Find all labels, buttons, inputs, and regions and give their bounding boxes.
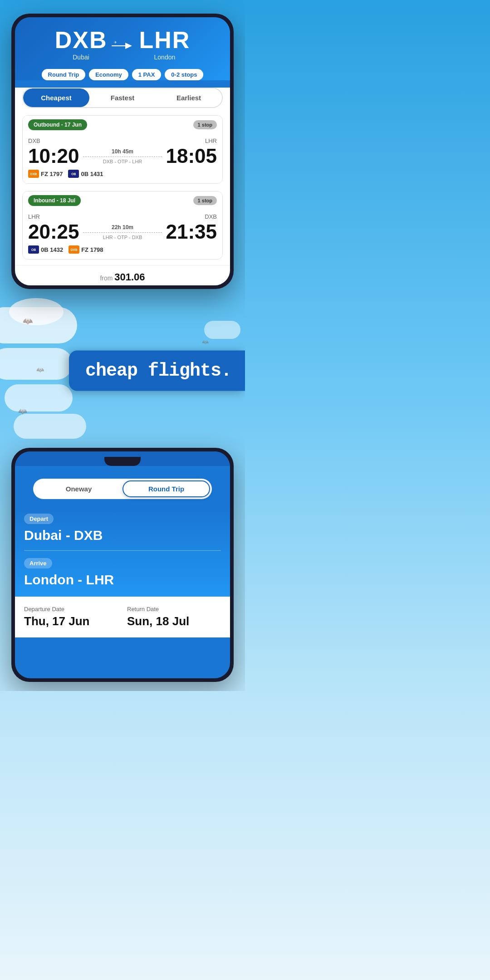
dates-row: Departure Date Thu, 17 Jun Return Date S… <box>24 606 221 628</box>
filter-badges: Round Trip Economy 1 PAX 0-2 stops <box>24 69 221 80</box>
tab-earliest[interactable]: Earliest <box>156 88 222 107</box>
inbound-from: LHR <box>28 213 40 220</box>
inbound-airline1-logo: OB <box>28 245 39 254</box>
trip-type-toggle[interactable]: Oneway Round Trip <box>33 479 212 499</box>
outbound-to: LHR <box>205 137 217 144</box>
outbound-airline1: DXB FZ 1797 <box>28 170 63 178</box>
toggle-oneway[interactable]: Oneway <box>35 480 122 497</box>
tab-fastest[interactable]: Fastest <box>89 88 156 107</box>
phone-1: DXB Dubai ✈ LHR London <box>11 14 234 289</box>
return-date-label: Return Date <box>127 606 221 612</box>
svg-text:✈: ✈ <box>114 40 117 44</box>
bat-4: 🦇 <box>202 339 209 345</box>
return-date-value[interactable]: Sun, 18 Jul <box>127 614 221 628</box>
arrive-value[interactable]: London - LHR <box>24 572 221 588</box>
inbound-depart: 20:25 <box>28 222 79 242</box>
phone2-bottom: Departure Date Thu, 17 Jun Return Date S… <box>15 597 230 637</box>
inbound-time-row: 20:25 22h 10m LHR - OTP - DXB 21:35 <box>28 222 217 242</box>
outbound-airline2: OB 0B 1431 <box>68 170 103 178</box>
departure-date-field: Departure Date Thu, 17 Jun <box>24 606 118 628</box>
outbound-airlines: DXB FZ 1797 OB 0B 1431 <box>28 170 217 178</box>
bat-3: 🦇 <box>18 407 27 416</box>
inbound-airline2-logo: DXB <box>69 245 79 254</box>
inbound-airlines: OB 0B 1432 DXB FZ 1798 <box>28 245 217 254</box>
depart-value[interactable]: Dubai - DXB <box>24 528 221 543</box>
departure-date-value[interactable]: Thu, 17 Jun <box>24 614 118 628</box>
inbound-airline1: OB 0B 1432 <box>28 245 63 254</box>
svg-marker-1 <box>125 43 132 49</box>
inbound-stops: 1 stop <box>193 196 217 205</box>
banner-text: cheap flights. <box>85 361 231 381</box>
inbound-label: Inbound - 18 Jul <box>28 195 81 206</box>
outbound-time-row: 10:20 10h 45m DXB - OTP - LHR 18:05 <box>28 146 217 166</box>
dest-name: London <box>139 54 190 61</box>
airline2-logo: OB <box>68 170 79 178</box>
outbound-duration-info: 10h 45m DXB - OTP - LHR <box>83 148 162 164</box>
phone1-body: Cheapest Fastest Earliest Outbound - 17 … <box>15 88 230 285</box>
price-preview: from 301.06 <box>15 265 230 285</box>
bat-2: 🦇 <box>36 366 44 373</box>
outbound-airline1-code: FZ 1797 <box>41 171 63 177</box>
outbound-route: DXB - OTP - LHR <box>83 159 162 164</box>
inbound-to: DXB <box>205 213 217 220</box>
inbound-airports-row: LHR DXB <box>28 213 217 220</box>
badge-stops[interactable]: 0-2 stops <box>165 69 203 80</box>
outbound-header: Outbound - 17 Jun 1 stop <box>23 116 222 134</box>
outbound-airports-row: DXB LHR <box>28 137 217 144</box>
cloud-5 <box>204 321 240 339</box>
outbound-section: Outbound - 17 Jun 1 stop DXB LHR 10:20 <box>22 115 223 184</box>
depart-label: Depart <box>24 514 54 524</box>
toggle-wrapper: Oneway Round Trip <box>15 466 230 499</box>
inbound-airline2: DXB FZ 1798 <box>69 245 103 254</box>
phone1-header: DXB Dubai ✈ LHR London <box>15 17 230 80</box>
return-date-field: Return Date Sun, 18 Jul <box>127 606 221 628</box>
inbound-airline2-code: FZ 1798 <box>81 246 103 253</box>
cloud-1b <box>9 298 64 325</box>
phone2-notch-area <box>15 451 230 466</box>
phone-notch <box>104 457 141 466</box>
cloud-4 <box>14 414 86 439</box>
departure-date-label: Departure Date <box>24 606 118 612</box>
inbound-route: LHR - OTP - DXB <box>83 235 162 240</box>
inbound-duration: 22h 10m <box>83 224 162 230</box>
middle-section: 🦇 🦇 🦇 🦇 cheap flights. <box>0 294 245 448</box>
toggle-roundtrip[interactable]: Round Trip <box>122 480 210 497</box>
badge-pax[interactable]: 1 PAX <box>132 69 162 80</box>
bat-1: 🦇 <box>23 316 33 326</box>
airports-display: DXB Dubai ✈ LHR London <box>24 26 221 65</box>
outbound-label: Outbound - 17 Jun <box>28 119 87 130</box>
phone-2-section: Oneway Round Trip Depart Dubai - DXB Arr… <box>0 448 245 691</box>
outbound-airline2-code: 0B 1431 <box>81 171 103 177</box>
phone-2: Oneway Round Trip Depart Dubai - DXB Arr… <box>11 448 234 682</box>
cloud-3 <box>5 384 73 412</box>
badge-economy[interactable]: Economy <box>89 69 128 80</box>
cloud-2 <box>0 348 73 380</box>
airline1-logo: DXB <box>28 170 39 178</box>
outbound-stops: 1 stop <box>193 120 217 129</box>
inbound-arrive: 21:35 <box>166 222 217 242</box>
origin-code: DXB <box>55 26 108 54</box>
inbound-airline1-code: 0B 1432 <box>41 246 63 253</box>
outbound-arrive: 18:05 <box>166 146 217 166</box>
flight-arrow: ✈ <box>112 39 134 53</box>
price-value: 301.06 <box>114 271 145 283</box>
outbound-detail: DXB LHR 10:20 10h 45m DXB - OTP - LHR <box>23 134 222 183</box>
outbound-depart: 10:20 <box>28 146 79 166</box>
badge-round-trip[interactable]: Round Trip <box>42 69 86 80</box>
inbound-detail: LHR DXB 20:25 22h 10m LHR - OTP - DXB <box>23 210 222 259</box>
arrive-label: Arrive <box>24 558 52 568</box>
tab-cheapest[interactable]: Cheapest <box>23 88 89 107</box>
cheap-flights-banner: cheap flights. <box>69 351 245 391</box>
inbound-section: Inbound - 18 Jul 1 stop LHR DXB 20:25 <box>22 191 223 260</box>
origin-name: Dubai <box>55 54 108 61</box>
arrive-field: Arrive London - LHR <box>24 558 221 597</box>
dest-code: LHR <box>139 26 190 54</box>
inbound-header: Inbound - 18 Jul 1 stop <box>23 191 222 210</box>
tab-bar[interactable]: Cheapest Fastest Earliest <box>22 88 223 108</box>
depart-field: Depart Dubai - DXB <box>24 506 221 543</box>
inbound-duration-info: 22h 10m LHR - OTP - DXB <box>83 224 162 240</box>
phone2-body: Depart Dubai - DXB Arrive London - LHR <box>15 506 230 597</box>
outbound-duration: 10h 45m <box>83 148 162 155</box>
field-divider-1 <box>24 550 221 551</box>
outbound-from: DXB <box>28 137 40 144</box>
